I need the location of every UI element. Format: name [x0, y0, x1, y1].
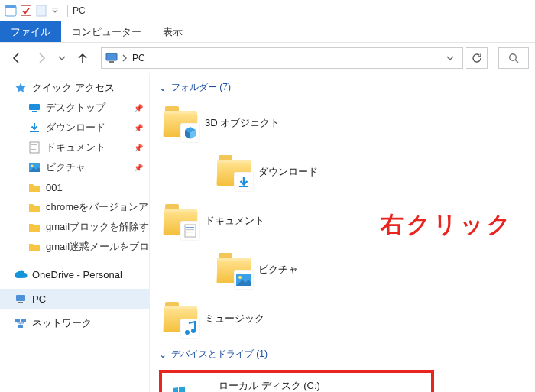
svg-rect-3 — [37, 5, 46, 16]
drive-item-c[interactable]: ローカル ディスク (C:) 空き領域 180 GB/222 GB — [159, 370, 434, 392]
folder-pictures[interactable]: ピクチャ — [212, 247, 381, 293]
ribbon-tab-view[interactable]: 表示 — [152, 21, 193, 42]
search-box[interactable] — [498, 47, 529, 69]
folders-grid: 3D オブジェクト ダウンロード ドキュメント — [159, 99, 526, 343]
refresh-button[interactable] — [466, 47, 488, 69]
sidebar-item-label: chromeをバージョンアップ — [46, 200, 149, 214]
svg-point-32 — [191, 329, 196, 333]
search-icon — [507, 52, 520, 64]
music-note-icon — [180, 319, 200, 339]
svg-rect-26 — [186, 227, 194, 228]
folder-music[interactable]: ミュージック — [159, 296, 327, 342]
pin-icon: 📌 — [134, 124, 143, 132]
breadcrumb-pc[interactable]: PC — [129, 53, 148, 63]
titlebar-dropdown-icon[interactable] — [50, 5, 60, 17]
document-icon — [180, 221, 200, 241]
folder-documents[interactable]: ドキュメント — [159, 198, 327, 244]
ribbon-tab-file[interactable]: ファイル — [0, 21, 61, 42]
group-header-drives[interactable]: ⌄ デバイスとドライブ (1) — [159, 346, 526, 365]
nav-forward-button[interactable] — [31, 47, 52, 69]
sidebar-item-pictures[interactable]: ピクチャ 📌 — [0, 157, 149, 177]
window-title: PC — [73, 5, 86, 16]
svg-rect-14 — [31, 144, 37, 145]
group-header-folders[interactable]: ⌄ フォルダー (7) — [159, 79, 526, 99]
svg-rect-16 — [31, 149, 36, 150]
address-dropdown-icon[interactable] — [441, 49, 459, 67]
document-icon — [28, 141, 41, 154]
sidebar-onedrive[interactable]: OneDrive - Personal — [0, 264, 149, 284]
svg-rect-12 — [30, 131, 39, 132]
nav-recent-dropdown-icon[interactable] — [55, 47, 69, 69]
folder-icon — [216, 154, 252, 190]
svg-rect-27 — [186, 229, 194, 230]
sidebar-item-folder-001[interactable]: 001 — [0, 177, 149, 197]
svg-rect-24 — [239, 186, 248, 187]
network-icon — [14, 316, 28, 330]
navigation-pane[interactable]: クイック アクセス デスクトップ 📌 ダウンロード 📌 ドキュメント 📌 ピクチ… — [0, 73, 150, 392]
pc-icon — [14, 292, 28, 306]
folder-label: ダウンロード — [258, 165, 318, 179]
ribbon-tab-computer[interactable]: コンピューター — [61, 21, 152, 42]
nav-up-button[interactable] — [72, 47, 93, 69]
sidebar-item-documents[interactable]: ドキュメント 📌 — [0, 138, 149, 157]
sidebar-pc[interactable]: PC — [0, 289, 149, 309]
sidebar-quick-access[interactable]: クイック アクセス — [0, 78, 149, 98]
svg-rect-21 — [15, 319, 20, 322]
chevron-down-icon: ⌄ — [159, 349, 167, 360]
default-program-icon — [5, 5, 17, 17]
svg-line-9 — [515, 60, 518, 63]
titlebar-separator — [67, 5, 68, 17]
folder-label: 3D オブジェクト — [205, 116, 280, 130]
folder-downloads[interactable]: ダウンロード — [212, 149, 381, 195]
ribbon-tabs: ファイル コンピューター 表示 — [0, 21, 535, 43]
folder-3d-objects[interactable]: 3D オブジェクト — [159, 100, 327, 146]
cube-icon — [180, 123, 200, 143]
sidebar-item-downloads[interactable]: ダウンロード 📌 — [0, 118, 149, 138]
sidebar-item-label: gmailブロックを解除する — [46, 220, 149, 234]
sidebar-item-folder-chrome[interactable]: chromeをバージョンアップ — [0, 197, 149, 217]
nav-back-button[interactable] — [6, 47, 28, 69]
explorer-window: PC ファイル コンピューター 表示 PC — [0, 0, 535, 392]
svg-rect-4 — [52, 8, 58, 8]
content-pane[interactable]: ⌄ フォルダー (7) 3D オブジェクト ダウン — [150, 73, 535, 392]
group-label: フォルダー (7) — [171, 81, 231, 94]
pin-icon: 📌 — [134, 164, 143, 172]
sidebar-item-label: ドキュメント — [46, 141, 105, 154]
svg-point-18 — [31, 165, 34, 167]
sidebar-network[interactable]: ネットワーク — [0, 313, 149, 333]
sidebar-item-desktop[interactable]: デスクトップ 📌 — [0, 98, 149, 118]
cloud-icon — [14, 267, 28, 281]
star-icon — [14, 81, 28, 95]
sidebar-item-label: ピクチャ — [46, 160, 86, 174]
folder-icon — [28, 200, 41, 214]
group-label: デバイスとドライブ (1) — [171, 348, 268, 361]
folder-icon — [28, 220, 41, 234]
pin-icon: 📌 — [134, 144, 143, 152]
folder-icon — [162, 300, 199, 337]
sidebar-item-folder-gmail-spam[interactable]: gmail迷惑メールをブロック — [0, 237, 149, 257]
drive-name: ローカル ディスク (C:) — [219, 379, 422, 392]
sidebar-item-label: ダウンロード — [46, 121, 105, 134]
sidebar-item-label: デスクトップ — [46, 101, 105, 115]
svg-rect-28 — [186, 232, 193, 232]
svg-rect-2 — [21, 6, 31, 16]
chevron-right-icon[interactable] — [120, 54, 129, 62]
svg-rect-10 — [29, 104, 40, 110]
download-icon — [234, 172, 254, 192]
svg-rect-6 — [109, 61, 114, 63]
desktop-icon — [28, 101, 41, 115]
address-bar[interactable]: PC — [101, 47, 463, 69]
pc-icon — [105, 51, 118, 65]
svg-rect-19 — [16, 295, 25, 301]
folder-icon — [216, 251, 252, 288]
svg-rect-11 — [32, 111, 37, 112]
sidebar-item-label: クイック アクセス — [32, 81, 115, 95]
svg-rect-20 — [18, 302, 23, 303]
folder-label: ピクチャ — [258, 263, 298, 277]
pictures-icon — [234, 270, 254, 290]
sidebar-item-folder-gmail-unblock[interactable]: gmailブロックを解除する — [0, 217, 149, 237]
windows-logo-icon — [171, 385, 186, 393]
checkbox-checked-icon[interactable] — [20, 5, 32, 17]
page-icon — [35, 5, 47, 17]
svg-rect-25 — [185, 225, 196, 237]
